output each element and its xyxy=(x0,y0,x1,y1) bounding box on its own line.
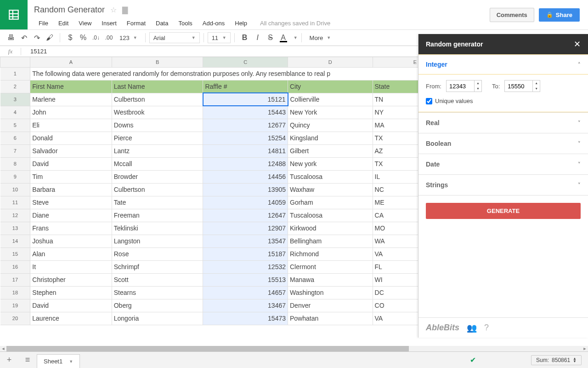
row-header[interactable]: 3 xyxy=(0,93,30,106)
cell[interactable]: Quincy xyxy=(288,119,373,132)
all-sheets-button[interactable]: ≡ xyxy=(18,355,37,365)
cell[interactable]: Laurence xyxy=(30,312,112,325)
formula-bar[interactable]: 15121 xyxy=(21,48,47,55)
menu-tools[interactable]: Tools xyxy=(174,18,197,29)
cell[interactable]: It xyxy=(30,260,112,273)
bold-icon[interactable]: B xyxy=(238,31,251,44)
row-header[interactable]: 13 xyxy=(0,222,30,235)
col-header[interactable]: A xyxy=(30,57,112,67)
cell[interactable]: Oberg xyxy=(112,299,203,312)
cell[interactable]: Powhatan xyxy=(288,312,373,325)
cell[interactable]: Gilbert xyxy=(288,144,373,157)
comments-button[interactable]: Comments xyxy=(490,8,534,22)
cell[interactable]: Diane xyxy=(30,209,112,222)
scroll-right-icon[interactable]: ► xyxy=(582,346,588,351)
spin-down-icon[interactable]: ▼ xyxy=(533,86,540,92)
cell[interactable]: Kingsland xyxy=(288,132,373,144)
cell[interactable]: 15513 xyxy=(203,273,288,286)
cell[interactable]: 15473 xyxy=(203,312,288,325)
col-header[interactable]: C xyxy=(203,57,288,67)
cell[interactable]: Downs xyxy=(112,119,203,132)
cell[interactable]: 14059 xyxy=(203,196,288,209)
italic-icon[interactable]: I xyxy=(251,31,264,44)
share-button[interactable]: 🔒Share xyxy=(539,8,580,22)
cell[interactable]: Stearns xyxy=(112,286,203,299)
row-header[interactable]: 10 xyxy=(0,183,30,196)
row-header[interactable]: 20 xyxy=(0,312,30,325)
help-icon[interactable]: ? xyxy=(484,323,489,333)
cell[interactable]: John xyxy=(30,106,112,119)
menu-data[interactable]: Data xyxy=(151,18,173,29)
close-icon[interactable]: ✕ xyxy=(574,39,581,49)
cell[interactable]: 13547 xyxy=(203,235,288,247)
cell[interactable]: Scott xyxy=(112,273,203,286)
cell[interactable]: Manawa xyxy=(288,273,373,286)
cell[interactable]: Stephen xyxy=(30,286,112,299)
paint-format-icon[interactable]: 🖌 xyxy=(43,31,56,44)
cell[interactable]: Langston xyxy=(112,235,203,247)
cell[interactable]: Alan xyxy=(30,247,112,260)
row-header[interactable]: 5 xyxy=(0,119,30,132)
cell[interactable]: David xyxy=(30,157,112,170)
cell[interactable]: Waxhaw xyxy=(288,183,373,196)
cell[interactable]: 13467 xyxy=(203,299,288,312)
row-header[interactable]: 12 xyxy=(0,209,30,222)
cell[interactable]: Denver xyxy=(288,299,373,312)
cell[interactable]: 12488 xyxy=(203,157,288,170)
generate-button[interactable]: GENERATE xyxy=(426,203,581,219)
cell[interactable]: 14811 xyxy=(203,144,288,157)
cell[interactable]: David xyxy=(30,299,112,312)
cell[interactable]: 15443 xyxy=(203,106,288,119)
cell[interactable]: Tate xyxy=(112,196,203,209)
row-header[interactable]: 14 xyxy=(0,235,30,247)
cell[interactable]: Schrimpf xyxy=(112,260,203,273)
section-boolean[interactable]: Boolean˅ xyxy=(418,133,588,154)
cell[interactable]: 15254 xyxy=(203,132,288,144)
app-logo[interactable] xyxy=(0,0,28,29)
cell[interactable]: 14657 xyxy=(203,286,288,299)
undo-icon[interactable]: ↶ xyxy=(17,31,30,44)
select-all[interactable] xyxy=(0,57,30,67)
cell[interactable]: Clermont xyxy=(288,260,373,273)
spin-up-icon[interactable]: ▲ xyxy=(475,80,481,86)
dec-decimal-icon[interactable]: .0↓ xyxy=(90,31,102,44)
cell[interactable]: Tim xyxy=(30,170,112,183)
cell[interactable]: 12907 xyxy=(203,222,288,235)
sum-display[interactable]: Sum: 850861▲▼ xyxy=(531,355,582,365)
cell[interactable]: Joshua xyxy=(30,235,112,247)
menu-add-ons[interactable]: Add-ons xyxy=(198,18,229,29)
cell[interactable]: Frans xyxy=(30,222,112,235)
unique-checkbox[interactable] xyxy=(426,98,432,104)
header-cell[interactable]: Raffle # xyxy=(203,80,288,93)
cell[interactable]: Teklinski xyxy=(112,222,203,235)
spin-up-icon[interactable]: ▲ xyxy=(533,80,540,86)
menu-insert[interactable]: Insert xyxy=(97,18,121,29)
cell[interactable]: Donald xyxy=(30,132,112,144)
cell[interactable]: Gorham xyxy=(288,196,373,209)
font-size-dropdown[interactable]: 11▼ xyxy=(208,32,231,43)
col-header[interactable]: D xyxy=(288,57,373,67)
cell[interactable]: New York xyxy=(288,106,373,119)
row-header[interactable]: 18 xyxy=(0,286,30,299)
cell[interactable]: 12532 xyxy=(203,260,288,273)
sheet-tab[interactable]: Sheet1▼ xyxy=(37,354,80,368)
row-header[interactable]: 4 xyxy=(0,106,30,119)
spin-down-icon[interactable]: ▼ xyxy=(475,86,481,92)
col-header[interactable]: B xyxy=(112,57,203,67)
from-input[interactable] xyxy=(447,80,474,92)
cell[interactable]: Culbertson xyxy=(112,183,203,196)
print-icon[interactable]: 🖶 xyxy=(5,31,17,44)
cell[interactable]: 15121 xyxy=(203,93,288,106)
cell[interactable]: Collierville xyxy=(288,93,373,106)
cell[interactable]: Eli xyxy=(30,119,112,132)
people-icon[interactable]: 👥 xyxy=(467,323,477,333)
star-icon[interactable]: ☆ xyxy=(110,6,117,14)
cell[interactable]: Bellingham xyxy=(288,235,373,247)
cell[interactable]: Tuscaloosa xyxy=(288,170,373,183)
chevron-down-icon[interactable]: ▼ xyxy=(294,35,298,40)
row-header[interactable]: 6 xyxy=(0,132,30,144)
section-date[interactable]: Date˅ xyxy=(418,154,588,174)
row-header[interactable]: 2 xyxy=(0,80,30,93)
inc-decimal-icon[interactable]: .00 xyxy=(102,31,115,44)
row-header[interactable]: 1 xyxy=(0,67,30,80)
